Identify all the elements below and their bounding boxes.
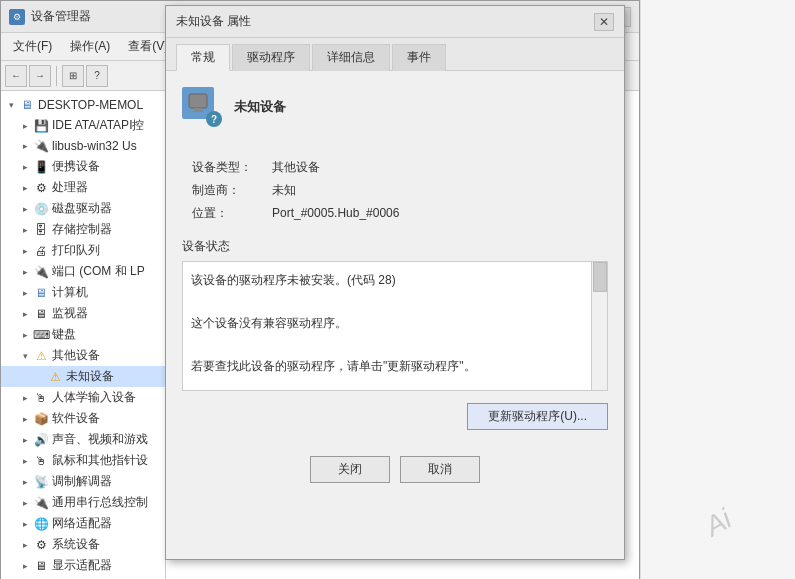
tree-icon-14: 📦	[33, 411, 49, 427]
tab-events[interactable]: 事件	[392, 44, 446, 71]
tab-driver[interactable]: 驱动程序	[232, 44, 310, 71]
device-header: ? 未知设备	[182, 87, 608, 139]
tab-details[interactable]: 详细信息	[312, 44, 390, 71]
tree-icon-17: 📡	[33, 474, 49, 490]
tree-expand-8: ▸	[19, 287, 31, 299]
dm-tree[interactable]: ▾ 🖥 DESKTOP-MEMOL ▸ 💾 IDE ATA/ATAPI控 ▸ 🔌…	[1, 91, 166, 579]
device-properties-dialog: 未知设备 属性 ✕ 常规 驱动程序 详细信息 事件 ? 未知设备	[165, 5, 625, 560]
tree-expand-17: ▸	[19, 476, 31, 488]
dm-grid-btn[interactable]: ⊞	[62, 65, 84, 87]
tree-item-7[interactable]: ▸ 🔌 端口 (COM 和 LP	[1, 261, 165, 282]
prop-label-location: 位置：	[192, 205, 272, 222]
dm-forward-btn[interactable]: →	[29, 65, 51, 87]
scrollbar[interactable]	[591, 262, 607, 390]
tree-icon-2: 📱	[33, 159, 49, 175]
tree-expand-21: ▸	[19, 560, 31, 572]
tree-icon-20: ⚙	[33, 537, 49, 553]
tree-label-13: 人体学输入设备	[52, 389, 136, 406]
dialog-title: 未知设备 属性	[176, 13, 251, 30]
dialog-tabs: 常规 驱动程序 详细信息 事件	[166, 38, 624, 71]
tree-label-8: 计算机	[52, 284, 88, 301]
tree-label-11: 其他设备	[52, 347, 100, 364]
tree-expand-4: ▸	[19, 203, 31, 215]
tree-item-8[interactable]: ▸ 🖥 计算机	[1, 282, 165, 303]
tree-item-19[interactable]: ▸ 🌐 网络适配器	[1, 513, 165, 534]
tree-item-unknown-device[interactable]: ⚠ 未知设备	[1, 366, 165, 387]
tree-icon-13: 🖱	[33, 390, 49, 406]
tree-item-1[interactable]: ▸ 🔌 libusb-win32 Us	[1, 136, 165, 156]
tree-item-16[interactable]: ▸ 🖱 鼠标和其他指针设	[1, 450, 165, 471]
scrollbar-thumb[interactable]	[593, 262, 607, 292]
tree-label-21: 显示适配器	[52, 557, 112, 574]
tree-expand-20: ▸	[19, 539, 31, 551]
tree-label-12: 未知设备	[66, 368, 114, 385]
tree-label-9: 监视器	[52, 305, 88, 322]
tree-label-17: 调制解调器	[52, 473, 112, 490]
dm-menu-file[interactable]: 文件(F)	[5, 35, 60, 58]
prop-row-type: 设备类型： 其他设备	[192, 159, 608, 176]
prop-label-type: 设备类型：	[192, 159, 272, 176]
tree-item-0[interactable]: ▸ 💾 IDE ATA/ATAPI控	[1, 115, 165, 136]
tree-label-6: 打印队列	[52, 242, 100, 259]
tree-item-5[interactable]: ▸ 🗄 存储控制器	[1, 219, 165, 240]
tree-item-2[interactable]: ▸ 📱 便携设备	[1, 156, 165, 177]
close-button[interactable]: 关闭	[310, 456, 390, 483]
tree-item-3[interactable]: ▸ ⚙ 处理器	[1, 177, 165, 198]
tree-item-6[interactable]: ▸ 🖨 打印队列	[1, 240, 165, 261]
prop-value-type: 其他设备	[272, 159, 320, 176]
tree-icon-21: 🖥	[33, 558, 49, 574]
tree-label-20: 系统设备	[52, 536, 100, 553]
update-driver-button[interactable]: 更新驱动程序(U)...	[467, 403, 608, 430]
tree-expand-9: ▸	[19, 308, 31, 320]
prop-row-mfr: 制造商： 未知	[192, 182, 608, 199]
tree-label-19: 网络适配器	[52, 515, 112, 532]
tree-item-root[interactable]: ▾ 🖥 DESKTOP-MEMOL	[1, 95, 165, 115]
tree-label-10: 键盘	[52, 326, 76, 343]
svg-rect-1	[194, 108, 202, 111]
tree-expand-10: ▸	[19, 329, 31, 341]
tree-label-18: 通用串行总线控制	[52, 494, 148, 511]
status-line-0: 该设备的驱动程序未被安装。(代码 28)	[191, 270, 599, 292]
tree-icon-16: 🖱	[33, 453, 49, 469]
tree-item-17[interactable]: ▸ 📡 调制解调器	[1, 471, 165, 492]
tree-label-3: 处理器	[52, 179, 88, 196]
device-icon-large: ?	[182, 87, 222, 127]
dm-menu-action[interactable]: 操作(A)	[62, 35, 118, 58]
cancel-button[interactable]: 取消	[400, 456, 480, 483]
tree-label-5: 存储控制器	[52, 221, 112, 238]
tree-item-18[interactable]: ▸ 🔌 通用串行总线控制	[1, 492, 165, 513]
tree-item-15[interactable]: ▸ 🔊 声音、视频和游戏	[1, 429, 165, 450]
tree-item-13[interactable]: ▸ 🖱 人体学输入设备	[1, 387, 165, 408]
tree-item-20[interactable]: ▸ ⚙ 系统设备	[1, 534, 165, 555]
tree-item-9[interactable]: ▸ 🖥 监视器	[1, 303, 165, 324]
tree-expand-15: ▸	[19, 434, 31, 446]
tree-item-4[interactable]: ▸ 💿 磁盘驱动器	[1, 198, 165, 219]
tree-item-14[interactable]: ▸ 📦 软件设备	[1, 408, 165, 429]
dialog-footer: 关闭 取消	[182, 446, 608, 483]
tree-item-11[interactable]: ▾ ⚠ 其他设备	[1, 345, 165, 366]
tree-item-10[interactable]: ▸ ⌨ 键盘	[1, 324, 165, 345]
tree-icon-9: 🖥	[33, 306, 49, 322]
tree-expand-14: ▸	[19, 413, 31, 425]
tree-icon-12: ⚠	[47, 369, 63, 385]
device-properties: 设备类型： 其他设备 制造商： 未知 位置： Port_#0005.Hub_#0…	[192, 159, 608, 222]
dm-back-btn[interactable]: ←	[5, 65, 27, 87]
watermark-text: Ai	[699, 503, 737, 543]
tab-general[interactable]: 常规	[176, 44, 230, 71]
tree-expand-3: ▸	[19, 182, 31, 194]
tree-expand-0: ▸	[19, 120, 31, 132]
tree-label-1: libusb-win32 Us	[52, 139, 137, 153]
tree-icon-7: 🔌	[33, 264, 49, 280]
prop-label-mfr: 制造商：	[192, 182, 272, 199]
tree-icon-10: ⌨	[33, 327, 49, 343]
tree-expand-5: ▸	[19, 224, 31, 236]
tree-expand-13: ▸	[19, 392, 31, 404]
computer-icon: 🖥	[19, 97, 35, 113]
dialog-close-btn[interactable]: ✕	[594, 13, 614, 31]
prop-row-location: 位置： Port_#0005.Hub_#0006	[192, 205, 608, 222]
status-line-4: 若要查找此设备的驱动程序，请单击"更新驱动程序"。	[191, 356, 599, 378]
tree-icon-11: ⚠	[33, 348, 49, 364]
tree-item-21[interactable]: ▸ 🖥 显示适配器	[1, 555, 165, 576]
dm-help-btn[interactable]: ?	[86, 65, 108, 87]
device-status-box: 该设备的驱动程序未被安装。(代码 28) 这个设备没有兼容驱动程序。 若要查找此…	[182, 261, 608, 391]
